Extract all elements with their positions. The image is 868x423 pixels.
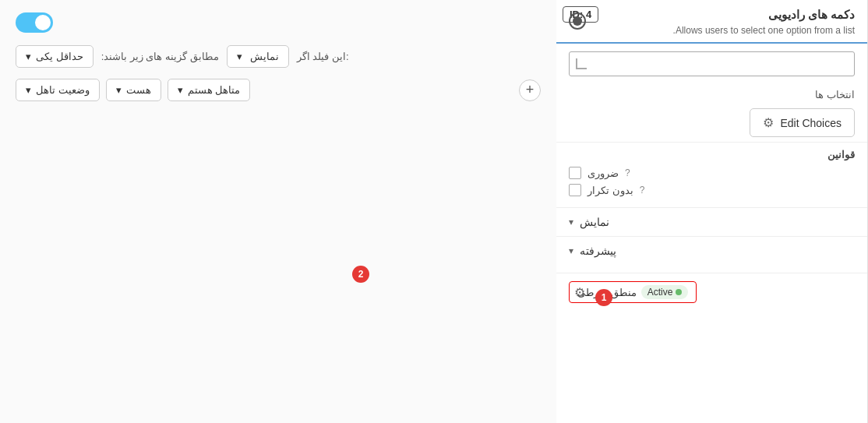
rule-no-repeat-checkbox[interactable] [569, 184, 581, 196]
rule-required-question: ? [625, 167, 630, 178]
field-title: دکمه های رادیویی [569, 8, 855, 22]
gear-icon: ⚙ [763, 115, 774, 130]
condition-text: :این فیلد اگر [297, 51, 349, 62]
rule-required-label: ضروری [587, 167, 619, 179]
display-dropdown-chevron: ▾ [237, 51, 242, 62]
edit-choices-label: Edit Choices [780, 117, 842, 129]
rule-no-repeat-row: ? بدون تکرار [569, 184, 855, 196]
choice-item-1[interactable]: وضعیت تاهل ▾ [16, 79, 100, 101]
rule-no-repeat-label: بدون تکرار [587, 185, 633, 196]
choice-3-label: متاهل هستم [188, 84, 241, 96]
condition-row: :این فیلد اگر نمایش ▾ مطابق گزینه های زی… [16, 45, 541, 68]
input-preview [569, 51, 855, 76]
left-panel: ID: 4 دکمه های رادیویی Allows users to s… [556, 0, 868, 423]
radio-icon [569, 12, 586, 30]
choice-item-2[interactable]: هست ▾ [106, 79, 161, 101]
active-badge: Active [641, 285, 689, 299]
bottom-bar: 1 Active منطق شرطی ⚙ [556, 273, 867, 311]
at-least-label: حداقل یکی [36, 51, 83, 62]
active-dot-icon [676, 289, 682, 295]
toggle-switch[interactable] [16, 12, 53, 33]
match-text: مطابق گزینه های زیر باشند: [101, 51, 219, 62]
at-least-dropdown[interactable]: حداقل یکی ▾ [16, 45, 94, 68]
display-dropdown[interactable]: نمایش ▾ [227, 45, 289, 68]
chevron-down-icon-2: ▾ [569, 245, 573, 256]
chevron-down-icon: ▾ [569, 217, 573, 227]
field-header: دکمه های رادیویی Allows users to select … [556, 0, 867, 44]
choice-2-label: هست [126, 84, 151, 96]
right-panel: :این فیلد اگر نمایش ▾ مطابق گزینه های زی… [0, 0, 556, 423]
display-label: نمایش [580, 216, 609, 228]
advanced-section[interactable]: پیشرفته ▾ [556, 236, 867, 265]
display-section[interactable]: نمایش ▾ [556, 207, 867, 236]
choice-2-chevron: ▾ [116, 84, 122, 96]
badge-2: 2 [352, 266, 369, 283]
rules-title: قوانین [569, 149, 855, 160]
choices-section-label: انتخاب ها [556, 84, 867, 104]
at-least-chevron: ▾ [26, 51, 31, 62]
active-badge-label: Active [647, 287, 673, 298]
settings-gear-button[interactable]: ⚙ [569, 281, 591, 303]
choice-item-3[interactable]: متاهل هستم ▾ [168, 79, 251, 101]
rule-no-repeat-question: ? [640, 185, 645, 196]
edit-choices-button[interactable]: Edit Choices ⚙ [750, 108, 855, 137]
choices-row: + متاهل هستم ▾ هست ▾ وضعیت تاهل ▾ [16, 79, 541, 101]
choice-1-chevron: ▾ [26, 84, 31, 96]
rule-required-row: ? ضروری [569, 167, 855, 179]
field-desc: Allows users to select one option from a… [569, 23, 855, 37]
rule-required-checkbox[interactable] [569, 167, 581, 179]
choice-3-chevron: ▾ [178, 84, 183, 96]
add-choice-button[interactable]: + [519, 79, 541, 101]
rules-section: قوانین ? ضروری ? بدون تکرار [556, 142, 867, 207]
advanced-label: پیشرفته [580, 245, 616, 257]
toggle-container [16, 12, 541, 33]
display-dropdown-label: نمایش [250, 51, 279, 62]
choice-1-label: وضعیت تاهل [36, 84, 90, 96]
badge-1: 1 [595, 289, 612, 306]
